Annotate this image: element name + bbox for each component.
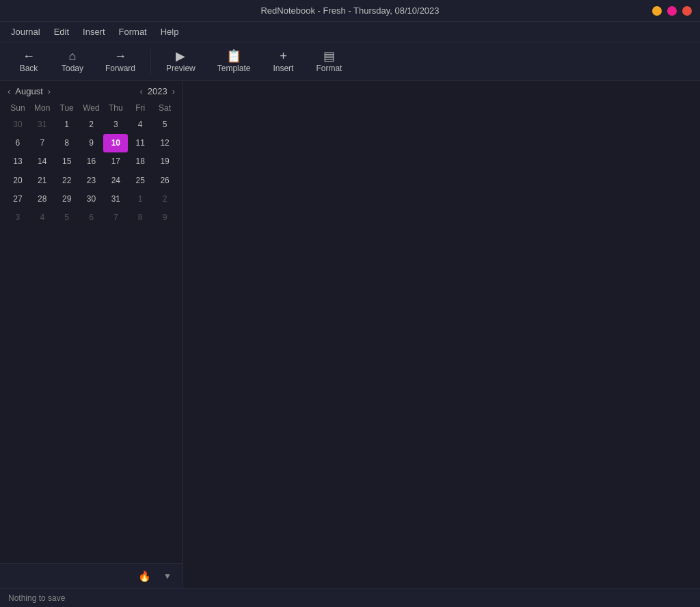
menu-format[interactable]: Format: [113, 24, 152, 40]
calendar-day-2-5[interactable]: 18: [128, 152, 152, 171]
calendar-header: ‹ August › ‹ 2023 ›: [5, 86, 177, 96]
calendar-month: August: [15, 86, 42, 96]
back-button[interactable]: ← Back: [8, 45, 49, 78]
calendar-day-1-1[interactable]: 7: [30, 134, 55, 152]
calendar-grid: Sun Mon Tue Wed Thu Fri Sat 303112345678…: [5, 100, 177, 227]
calendar-day-1-2[interactable]: 8: [55, 134, 79, 152]
format-icon: ▤: [323, 50, 335, 62]
calendar-day-4-1[interactable]: 28: [30, 190, 55, 208]
cloud-button[interactable]: 🔥: [135, 568, 154, 584]
main-layout: ‹ August › ‹ 2023 › Sun Mon Tue Wed: [0, 81, 700, 588]
prev-month-button[interactable]: ‹: [5, 86, 12, 96]
calendar-day-3-6[interactable]: 26: [152, 172, 177, 190]
content-area: [183, 81, 700, 588]
format-label: Format: [316, 64, 342, 73]
preview-label: Preview: [166, 64, 196, 73]
calendar-day-2-1[interactable]: 14: [30, 152, 55, 171]
maximize-button[interactable]: [667, 6, 677, 16]
calendar-day-5-5[interactable]: 8: [128, 208, 152, 227]
forward-button[interactable]: → Forward: [96, 45, 145, 78]
template-label: Template: [217, 64, 251, 73]
calendar-day-0-3[interactable]: 2: [79, 116, 104, 134]
calendar-day-4-0[interactable]: 27: [5, 190, 30, 208]
calendar-day-3-0[interactable]: 20: [5, 172, 30, 190]
menu-insert[interactable]: Insert: [77, 24, 111, 40]
calendar-day-0-1[interactable]: 31: [30, 116, 55, 134]
menu-help[interactable]: Help: [155, 24, 185, 40]
status-bar: Nothing to save: [0, 588, 700, 607]
back-icon: ←: [23, 50, 35, 62]
weekday-fri: Fri: [128, 100, 152, 116]
calendar-day-3-5[interactable]: 25: [128, 172, 152, 190]
calendar-day-5-0[interactable]: 3: [5, 208, 30, 227]
calendar-day-0-4[interactable]: 3: [103, 116, 128, 134]
calendar-day-1-4[interactable]: 10: [103, 134, 128, 152]
next-month-button[interactable]: ›: [46, 86, 53, 96]
forward-label: Forward: [105, 64, 135, 73]
calendar-day-4-3[interactable]: 30: [79, 190, 104, 208]
template-button[interactable]: 📋 Template: [208, 45, 260, 78]
calendar-week-5: 3456789: [5, 208, 177, 227]
prev-year-button[interactable]: ‹: [137, 86, 144, 96]
insert-label: Insert: [273, 64, 293, 73]
calendar-week-2: 13141516171819: [5, 152, 177, 171]
calendar-year: 2023: [148, 86, 167, 96]
calendar-day-2-4[interactable]: 17: [103, 152, 128, 171]
calendar-day-5-4[interactable]: 7: [103, 208, 128, 227]
calendar-day-3-2[interactable]: 22: [55, 172, 79, 190]
today-button[interactable]: ⌂ Today: [52, 45, 93, 78]
sidebar-bottom: 🔥 ▼: [0, 563, 183, 588]
calendar-day-3-1[interactable]: 21: [30, 172, 55, 190]
calendar-day-5-1[interactable]: 4: [30, 208, 55, 227]
calendar-day-1-3[interactable]: 9: [79, 134, 104, 152]
calendar-day-2-3[interactable]: 16: [79, 152, 104, 171]
calendar-day-2-2[interactable]: 15: [55, 152, 79, 171]
calendar-day-4-4[interactable]: 31: [103, 190, 128, 208]
close-button[interactable]: [682, 6, 692, 16]
today-icon: ⌂: [69, 50, 77, 62]
next-year-button[interactable]: ›: [170, 86, 177, 96]
format-button[interactable]: ▤ Format: [306, 45, 351, 78]
dropdown-arrow-icon: ▼: [163, 571, 172, 581]
calendar-day-1-5[interactable]: 11: [128, 134, 152, 152]
calendar-day-2-6[interactable]: 19: [152, 152, 177, 171]
calendar-day-0-0[interactable]: 30: [5, 116, 30, 134]
dropdown-button[interactable]: ▼: [158, 568, 177, 584]
calendar-day-0-6[interactable]: 5: [152, 116, 177, 134]
preview-button[interactable]: ▶ Preview: [157, 45, 205, 78]
calendar-weeks: 3031123456789101112131415161718192021222…: [5, 116, 177, 227]
year-section: ‹ 2023 ›: [137, 86, 177, 96]
calendar-day-5-2[interactable]: 5: [55, 208, 79, 227]
calendar-day-2-0[interactable]: 13: [5, 152, 30, 171]
calendar-day-3-3[interactable]: 23: [79, 172, 104, 190]
insert-icon: +: [280, 50, 287, 62]
menu-journal[interactable]: Journal: [5, 24, 46, 40]
calendar-day-1-0[interactable]: 6: [5, 134, 30, 152]
status-text: Nothing to save: [8, 593, 65, 603]
editor-area[interactable]: [183, 81, 700, 588]
calendar-day-3-4[interactable]: 24: [103, 172, 128, 190]
calendar-day-0-5[interactable]: 4: [128, 116, 152, 134]
calendar-day-4-6[interactable]: 2: [152, 190, 177, 208]
weekday-sat: Sat: [152, 100, 177, 116]
calendar-day-1-6[interactable]: 12: [152, 134, 177, 152]
menu-edit[interactable]: Edit: [49, 24, 75, 40]
minimize-button[interactable]: [652, 6, 662, 16]
title-bar-title: RedNotebook - Fresh - Thursday, 08/10/20…: [260, 5, 439, 16]
calendar-day-4-5[interactable]: 1: [128, 190, 152, 208]
calendar-week-0: 303112345: [5, 116, 177, 134]
insert-button[interactable]: + Insert: [262, 45, 304, 78]
calendar-day-5-3[interactable]: 6: [79, 208, 104, 227]
template-icon: 📋: [226, 50, 241, 62]
weekday-header-row: Sun Mon Tue Wed Thu Fri Sat: [5, 100, 177, 116]
window-controls: [652, 6, 692, 16]
calendar-day-4-2[interactable]: 29: [55, 190, 79, 208]
toolbar-separator: [150, 49, 151, 74]
calendar-week-3: 20212223242526: [5, 172, 177, 190]
calendar-day-0-2[interactable]: 1: [55, 116, 79, 134]
calendar-day-5-6[interactable]: 9: [152, 208, 177, 227]
weekday-tue: Tue: [55, 100, 79, 116]
calendar: ‹ August › ‹ 2023 › Sun Mon Tue Wed: [0, 81, 183, 232]
back-label: Back: [20, 64, 38, 73]
flame-icon: 🔥: [138, 570, 151, 582]
